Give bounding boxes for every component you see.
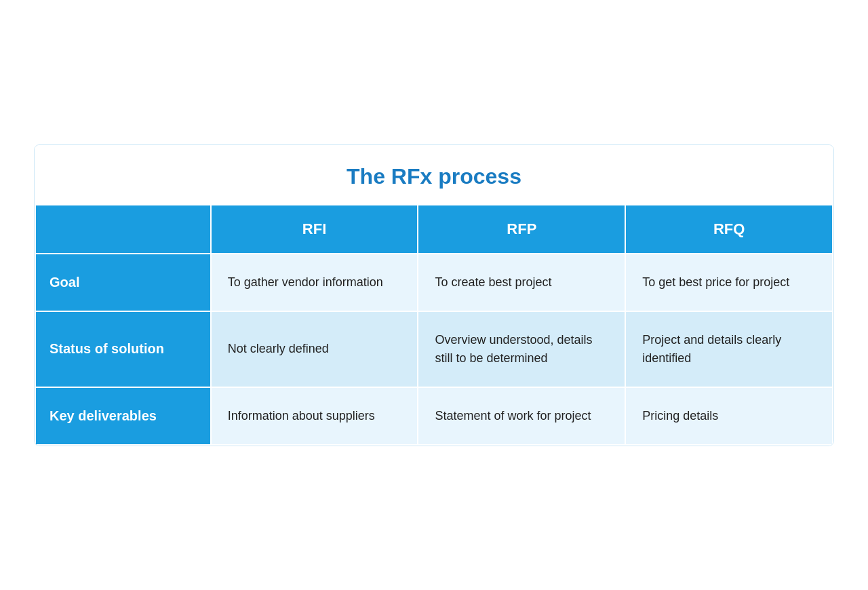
cell-rfq-2: Pricing details	[625, 387, 833, 445]
cell-rfp-1: Overview understood, details still to be…	[418, 311, 625, 387]
title-row: The RFx process	[35, 145, 833, 204]
table-row: Status of solutionNot clearly definedOve…	[35, 311, 833, 387]
cell-rfp-2: Statement of work for project	[418, 387, 625, 445]
cell-rfq-0: To get best price for project	[625, 254, 833, 311]
page-title: The RFx process	[347, 164, 521, 189]
table-header-row: RFI RFP RFQ	[35, 205, 833, 254]
header-col1	[35, 205, 211, 254]
rfx-table: RFI RFP RFQ GoalTo gather vendor informa…	[35, 204, 833, 446]
row-label-2: Key deliverables	[35, 387, 211, 445]
row-label-0: Goal	[35, 254, 211, 311]
table-row: GoalTo gather vendor informationTo creat…	[35, 254, 833, 311]
table-row: Key deliverablesInformation about suppli…	[35, 387, 833, 445]
row-label-1: Status of solution	[35, 311, 211, 387]
header-col3: RFP	[418, 205, 625, 254]
cell-rfp-0: To create best project	[418, 254, 625, 311]
header-col4: RFQ	[625, 205, 833, 254]
cell-rfi-0: To gather vendor information	[211, 254, 418, 311]
rfx-table-container: The RFx process RFI RFP RFQ GoalTo gathe…	[34, 144, 834, 446]
cell-rfq-1: Project and details clearly identified	[625, 311, 833, 387]
header-col2: RFI	[211, 205, 418, 254]
cell-rfi-1: Not clearly defined	[211, 311, 418, 387]
cell-rfi-2: Information about suppliers	[211, 387, 418, 445]
